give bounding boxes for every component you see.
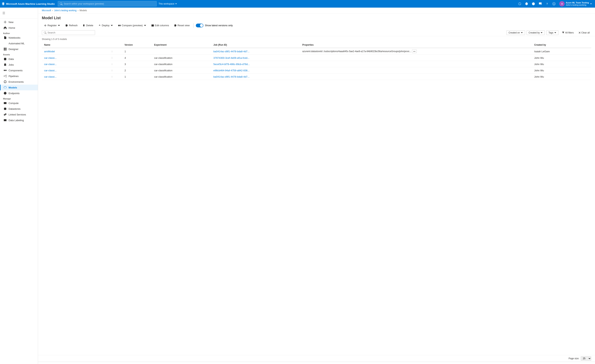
- cell-star-1[interactable]: ☆: [109, 55, 122, 61]
- job-link-4[interactable]: ba0414ac-d9f1-4478-bda8-4d7...: [213, 75, 250, 78]
- col-header-created-by[interactable]: Created by: [532, 42, 591, 48]
- star-icon-3[interactable]: ☆: [111, 69, 113, 72]
- cell-experiment-1: car-classification: [152, 55, 211, 61]
- star-icon-1[interactable]: ☆: [111, 56, 113, 59]
- sidebar-item-models[interactable]: Models: [0, 85, 38, 90]
- sidebar-item-environments[interactable]: Environments: [0, 79, 38, 85]
- search-input[interactable]: [48, 31, 93, 34]
- breadcrumb-workspace[interactable]: John's testing working: [54, 9, 77, 12]
- created-by-filter[interactable]: Created by: [527, 30, 545, 35]
- sidebar-item-new[interactable]: New: [0, 19, 38, 25]
- sidebar-item-pipelines[interactable]: Pipelines: [0, 73, 38, 79]
- col-header-version[interactable]: Version: [122, 42, 152, 48]
- deploy-dropdown-icon: [110, 24, 113, 27]
- col-header-job[interactable]: Job (Run ID): [211, 42, 300, 48]
- sidebar-item-datastores[interactable]: Datastores: [0, 106, 38, 112]
- clear-all-button[interactable]: Clear all: [577, 31, 591, 35]
- compare-button[interactable]: Compare (preview): [116, 23, 149, 28]
- table-header-row: Name Version Experiment Job (Run ID) Pro…: [42, 42, 591, 48]
- deploy-button[interactable]: Deploy: [96, 23, 115, 28]
- star-icon-0[interactable]: ☆: [111, 50, 113, 53]
- sidebar-item-jobs[interactable]: Jobs: [0, 62, 38, 68]
- star-icon-4[interactable]: ☆: [111, 75, 113, 78]
- toggle-knob: [200, 24, 203, 27]
- sidebar-item-automated-ml[interactable]: Automated ML: [0, 41, 38, 46]
- register-button[interactable]: Register: [42, 23, 62, 28]
- cell-created-by-1: John Wu: [532, 55, 591, 61]
- svg-point-3: [4, 76, 5, 77]
- cell-version-2: 3: [122, 61, 152, 67]
- cell-job-2: 5ecef3c4-bf78-486c-89cb-d78d...: [211, 61, 300, 67]
- sidebar-item-data-labeling[interactable]: Data Labeling: [0, 117, 38, 123]
- col-header-properties[interactable]: Properties: [300, 42, 532, 48]
- reset-view-button[interactable]: Reset view: [172, 23, 192, 28]
- col-header-experiment[interactable]: Experiment: [152, 42, 211, 48]
- topbar-right-icons: A Azure ML Team Testing John's testing w…: [517, 1, 594, 7]
- workspace-selector[interactable]: This workspace: [157, 2, 179, 5]
- cell-star-3[interactable]: ☆: [109, 67, 122, 74]
- cell-name-3: car-classi...: [42, 67, 109, 74]
- properties-ellipsis-0[interactable]: •••: [412, 50, 417, 53]
- hamburger-menu[interactable]: [0, 9, 7, 17]
- notifications-icon[interactable]: [524, 1, 530, 7]
- sidebar-item-home[interactable]: Home: [0, 25, 38, 31]
- created-on-dropdown-icon: [521, 32, 523, 34]
- properties-text-0: azureml.datastoreId :/subscriptions/4aaa…: [302, 50, 411, 53]
- delete-button[interactable]: Delete: [80, 23, 95, 28]
- cell-star-4[interactable]: ☆: [109, 74, 122, 80]
- sidebar-item-components[interactable]: Components: [0, 68, 38, 73]
- job-link-2[interactable]: 5ecef3c4-bf78-486c-89cb-d78d...: [213, 63, 250, 66]
- cell-experiment-2: car-classification: [152, 61, 211, 67]
- job-link-1[interactable]: 37974300-3cef-4e09-af1a-fced...: [213, 57, 249, 59]
- horizontal-scrollbar[interactable]: [38, 362, 595, 364]
- job-link-3[interactable]: e98cb464-94af-4759-a842-838...: [213, 69, 250, 72]
- sidebar-item-designer[interactable]: Designer: [0, 46, 38, 52]
- refresh-button[interactable]: Refresh: [63, 23, 80, 28]
- cell-version-0: 1: [122, 48, 152, 55]
- showing-text: Showing 1-5 of 5 models: [42, 36, 591, 42]
- feedback-icon[interactable]: [537, 1, 543, 7]
- cell-experiment-3: car-classification: [152, 67, 211, 74]
- model-name-link-4[interactable]: car-classi...: [44, 75, 57, 78]
- search-box[interactable]: [42, 30, 95, 35]
- model-name-link-0[interactable]: amiModel: [44, 50, 55, 53]
- col-header-name[interactable]: Name: [42, 42, 109, 48]
- cell-created-by-0: Isaiah LeGare: [532, 48, 591, 55]
- global-search-input[interactable]: [64, 2, 155, 5]
- filter-icon: [562, 31, 564, 34]
- breadcrumb-microsoft[interactable]: Microsoft: [42, 9, 51, 12]
- history-icon[interactable]: [517, 1, 523, 7]
- toggle-latest-versions[interactable]: Show latest versions only: [196, 24, 233, 27]
- edit-columns-button[interactable]: Edit columns: [149, 23, 171, 28]
- tags-filter[interactable]: Tags: [546, 30, 558, 35]
- cell-name-0: amiModel: [42, 48, 109, 55]
- settings-icon[interactable]: [530, 1, 537, 7]
- table-row: car-classi... ☆ 4 car-classification 379…: [42, 55, 591, 61]
- model-name-link-2[interactable]: car-classi...: [44, 63, 57, 66]
- page-header: Model List: [38, 14, 595, 22]
- table-row: car-classi... ☆ 2 car-classification e98…: [42, 67, 591, 74]
- created-on-filter[interactable]: Created on: [506, 30, 525, 35]
- sidebar-item-endpoints[interactable]: Endpoints: [0, 90, 38, 96]
- model-name-link-3[interactable]: car-classi...: [44, 69, 57, 72]
- page-size-select[interactable]: 25 50 100: [581, 357, 591, 361]
- cell-job-1: 37974300-3cef-4e09-af1a-fced...: [211, 55, 300, 61]
- cell-star-2[interactable]: ☆: [109, 61, 122, 67]
- model-name-link-1[interactable]: car-classi...: [44, 57, 57, 59]
- all-filters-button[interactable]: All filters: [560, 31, 576, 35]
- cell-version-3: 2: [122, 67, 152, 74]
- global-search-box[interactable]: [58, 1, 157, 7]
- sidebar-item-compute[interactable]: Compute: [0, 100, 38, 106]
- toggle-switch[interactable]: [196, 24, 203, 27]
- sidebar-item-linked-services[interactable]: Linked Services: [0, 112, 38, 117]
- sidebar-item-data[interactable]: Data: [0, 56, 38, 62]
- sidebar-item-notebooks[interactable]: Notebooks: [0, 35, 38, 41]
- cell-properties-4: [300, 74, 532, 80]
- user-profile[interactable]: A Azure ML Team Testing John's testing w…: [558, 1, 594, 7]
- job-link-0[interactable]: ba0414ac-d9f1-4478-bda8-4d7...: [213, 50, 250, 53]
- smiley-icon[interactable]: [551, 1, 557, 7]
- help-icon[interactable]: [544, 1, 550, 7]
- star-icon-2[interactable]: ☆: [111, 63, 113, 66]
- cell-star-0[interactable]: ☆: [109, 48, 122, 55]
- page-size-row: Page size: 25 50 100: [38, 355, 595, 362]
